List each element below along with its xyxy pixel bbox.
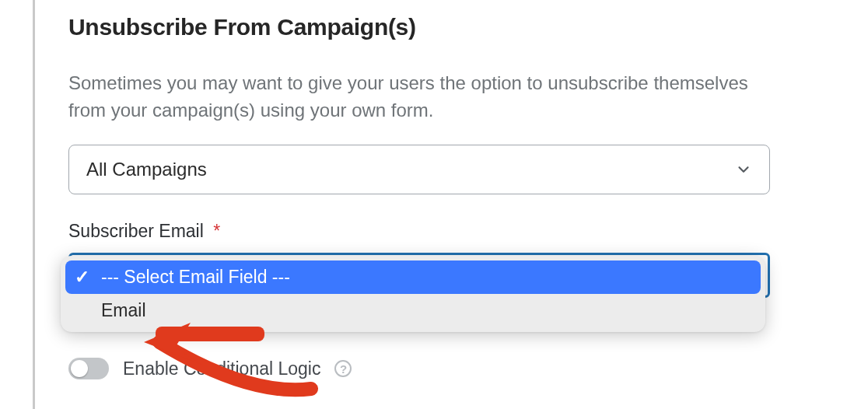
required-asterisk: * [213,221,220,241]
dropdown-option-placeholder[interactable]: ✓ --- Select Email Field --- [65,260,761,294]
subscriber-email-dropdown: ✓ --- Select Email Field --- ✓ Email [61,256,765,332]
dropdown-option-label: --- Select Email Field --- [101,267,290,288]
subscriber-email-select-wrapper: ✓ --- Select Email Field --- ✓ Email [68,253,770,298]
subscriber-email-label-text: Subscriber Email [68,221,204,241]
conditional-logic-row: Enable Conditional Logic ? [68,358,352,379]
dropdown-option-label: Email [101,300,146,321]
chevron-down-icon [735,161,752,178]
subscriber-email-label: Subscriber Email * [68,221,868,242]
check-icon: ✓ [73,267,90,288]
section-description: Sometimes you may want to give your user… [68,70,753,124]
campaign-select[interactable]: All Campaigns [68,145,770,194]
help-icon[interactable]: ? [334,360,352,377]
section-title: Unsubscribe From Campaign(s) [68,14,868,40]
section-left-rule [33,0,35,409]
conditional-logic-toggle[interactable] [68,358,109,379]
dropdown-option-email[interactable]: ✓ Email [65,294,761,327]
toggle-knob [71,360,88,377]
campaign-select-value: All Campaigns [86,159,207,180]
conditional-logic-label: Enable Conditional Logic [123,358,320,379]
